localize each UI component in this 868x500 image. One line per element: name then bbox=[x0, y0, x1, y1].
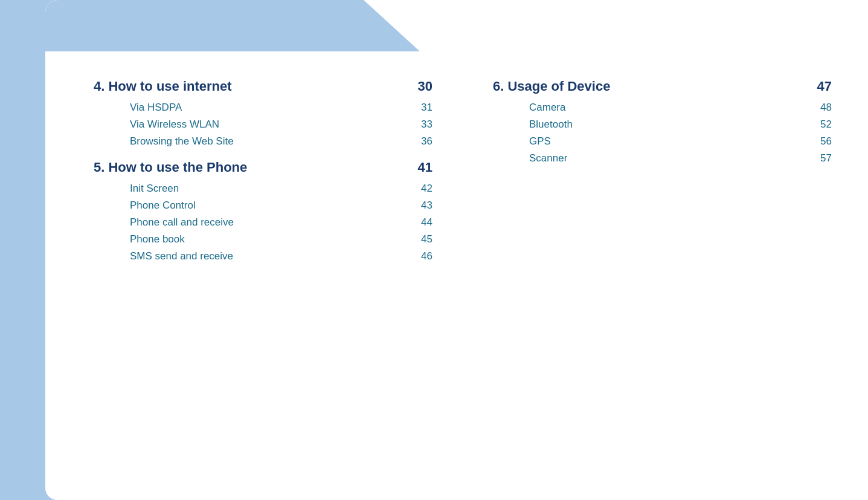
toc-main-title: 6. Usage of Device bbox=[493, 79, 610, 94]
sidebar bbox=[0, 0, 45, 500]
toc-sub-entry: Browsing the Web Site36 bbox=[94, 135, 432, 148]
toc-sub-entry: Phone book45 bbox=[94, 233, 432, 245]
toc-sub-title: Phone Control bbox=[130, 200, 196, 212]
toc-main-page: 47 bbox=[817, 79, 832, 94]
toc-sub-title: Camera bbox=[529, 102, 565, 114]
toc-sub-entry: Scanner57 bbox=[493, 152, 832, 164]
toc-sub-title: Init Screen bbox=[130, 183, 179, 195]
header-background bbox=[45, 0, 420, 51]
toc-section: 5. How to use the Phone41Init Screen42Ph… bbox=[94, 160, 432, 262]
toc-sub-entry: Camera48 bbox=[493, 102, 832, 114]
toc-main-entry: 5. How to use the Phone41 bbox=[94, 160, 432, 175]
toc-sub-title: Browsing the Web Site bbox=[130, 135, 234, 148]
toc-sub-title: GPS bbox=[529, 135, 551, 148]
toc-sub-page: 36 bbox=[421, 135, 432, 148]
toc-sub-page: 57 bbox=[820, 152, 832, 164]
toc-sub-page: 43 bbox=[421, 200, 432, 212]
toc-left-column: 4. How to use internet30Via HSDPA31Via W… bbox=[94, 67, 457, 268]
toc-sub-entry: Phone call and receive44 bbox=[94, 216, 432, 229]
toc-sub-page: 33 bbox=[421, 119, 432, 131]
toc-sub-entry: Phone Control43 bbox=[94, 200, 432, 212]
toc-sub-title: SMS send and receive bbox=[130, 250, 233, 262]
toc-sub-entry: Bluetooth52 bbox=[493, 119, 832, 131]
toc-main-entry: 4. How to use internet30 bbox=[94, 79, 432, 94]
toc-sub-page: 31 bbox=[421, 102, 432, 114]
toc-main-entry: 6. Usage of Device47 bbox=[493, 79, 832, 94]
toc-section: 4. How to use internet30Via HSDPA31Via W… bbox=[94, 79, 432, 148]
toc-sub-page: 46 bbox=[421, 250, 432, 262]
toc-sub-title: Phone call and receive bbox=[130, 216, 234, 229]
main-content: 4. How to use internet30Via HSDPA31Via W… bbox=[45, 0, 868, 500]
toc-main-page: 30 bbox=[418, 79, 432, 94]
toc-main-title: 5. How to use the Phone bbox=[94, 160, 247, 175]
toc-sub-entry: Init Screen42 bbox=[94, 183, 432, 195]
toc-sub-page: 45 bbox=[421, 233, 432, 245]
toc-sub-page: 44 bbox=[421, 216, 432, 229]
toc-sub-entry: GPS56 bbox=[493, 135, 832, 148]
toc-sub-title: Phone book bbox=[130, 233, 185, 245]
toc-sub-entry: Via Wireless WLAN33 bbox=[94, 119, 432, 131]
toc-section: 6. Usage of Device47Camera48Bluetooth52G… bbox=[493, 79, 832, 164]
toc-sub-title: Via Wireless WLAN bbox=[130, 119, 219, 131]
toc-sub-page: 52 bbox=[820, 119, 832, 131]
toc-sub-page: 42 bbox=[421, 183, 432, 195]
toc-sub-title: Bluetooth bbox=[529, 119, 573, 131]
toc-sub-page: 56 bbox=[820, 135, 832, 148]
toc-right-column: 6. Usage of Device47Camera48Bluetooth52G… bbox=[457, 67, 832, 268]
toc-sub-entry: SMS send and receive46 bbox=[94, 250, 432, 262]
toc-sub-title: Scanner bbox=[529, 152, 567, 164]
toc-body: 4. How to use internet30Via HSDPA31Via W… bbox=[45, 54, 868, 281]
toc-main-title: 4. How to use internet bbox=[94, 79, 232, 94]
toc-sub-title: Via HSDPA bbox=[130, 102, 182, 114]
toc-sub-entry: Via HSDPA31 bbox=[94, 102, 432, 114]
toc-main-page: 41 bbox=[418, 160, 432, 175]
toc-sub-page: 48 bbox=[820, 102, 832, 114]
header-area bbox=[45, 0, 868, 54]
